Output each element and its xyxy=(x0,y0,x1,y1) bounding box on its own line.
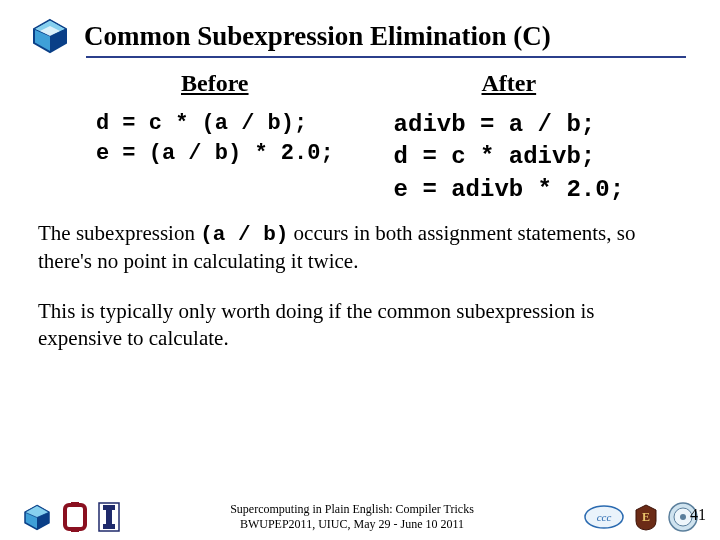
ou-logo-icon xyxy=(62,502,88,532)
svg-rect-13 xyxy=(103,524,115,529)
bc-logo-icon: E xyxy=(634,503,658,531)
footer: Supercomputing in Plain English: Compile… xyxy=(0,502,720,532)
slide: Common Subexpression Elimination (C) Bef… xyxy=(0,0,720,540)
gem-icon xyxy=(22,504,52,531)
code-columns: Before d = c * (a / b); e = (a / b) * 2.… xyxy=(30,70,690,206)
footer-line-1: Supercomputing in Plain English: Compile… xyxy=(230,502,474,517)
after-code: adivb = a / b; d = c * adivb; e = adivb … xyxy=(394,109,624,206)
svg-rect-8 xyxy=(71,502,79,507)
gem-icon xyxy=(30,18,70,54)
footer-left-logos xyxy=(22,502,120,532)
before-code: d = c * (a / b); e = (a / b) * 2.0; xyxy=(96,109,334,168)
page-number: 41 xyxy=(690,506,706,524)
before-header: Before xyxy=(96,70,334,97)
ccc-logo-icon: ccc xyxy=(584,505,624,529)
after-column: After adivb = a / b; d = c * adivb; e = … xyxy=(394,70,624,206)
paragraph-2: This is typically only worth doing if th… xyxy=(38,298,682,353)
svg-text:ccc: ccc xyxy=(597,511,612,523)
title-row: Common Subexpression Elimination (C) xyxy=(30,18,690,54)
footer-line-2: BWUPEP2011, UIUC, May 29 - June 10 2011 xyxy=(230,517,474,532)
footer-text: Supercomputing in Plain English: Compile… xyxy=(230,502,474,532)
p1-part-a: The subexpression xyxy=(38,221,200,245)
title-underline xyxy=(86,56,686,58)
before-column: Before d = c * (a / b); e = (a / b) * 2.… xyxy=(96,70,334,206)
svg-text:E: E xyxy=(642,510,650,524)
svg-rect-7 xyxy=(65,505,85,529)
paragraph-1: The subexpression (a / b) occurs in both… xyxy=(38,220,682,276)
slide-title: Common Subexpression Elimination (C) xyxy=(84,21,551,52)
footer-right-logos: ccc E xyxy=(584,502,698,532)
p1-mono: (a / b) xyxy=(200,223,288,246)
svg-point-19 xyxy=(680,514,686,520)
svg-rect-9 xyxy=(71,527,79,532)
uiuc-logo-icon xyxy=(98,502,120,532)
after-header: After xyxy=(394,70,624,97)
